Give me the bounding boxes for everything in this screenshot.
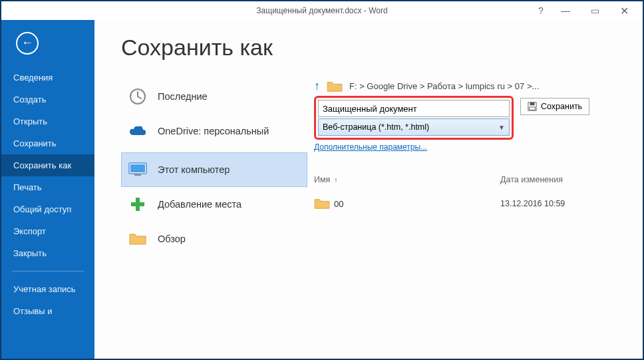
filetype-value: Веб-страница (*.htm, *.html): [323, 122, 429, 132]
location-browse[interactable]: Обзор: [121, 222, 307, 256]
row-name: 00: [334, 199, 500, 209]
path-row: ↑ F: > Google Drive > Работа > lumpics r…: [314, 79, 629, 93]
filetype-select[interactable]: Веб-страница (*.htm, *.html) ▼: [318, 118, 510, 136]
location-label: Этот компьютер: [158, 164, 230, 175]
sidebar-item-account[interactable]: Учетная запись: [1, 278, 94, 300]
sidebar-item-saveas[interactable]: Сохранить как: [1, 154, 94, 176]
filename-input[interactable]: [318, 100, 510, 117]
folder-row[interactable]: 00 13.12.2016 10:59: [314, 198, 629, 210]
folder-icon: [314, 198, 334, 210]
svg-rect-5: [131, 202, 144, 206]
location-recent[interactable]: Последние: [121, 79, 307, 114]
window-title: Защищенный документ.docx - Word: [256, 6, 387, 15]
chevron-down-icon: ▼: [498, 124, 505, 131]
plus-icon: [128, 195, 147, 214]
list-header: Имя ↑ Дата изменения: [314, 175, 629, 184]
svg-rect-2: [130, 164, 145, 172]
cloud-icon: [128, 122, 147, 140]
sidebar-divider: [12, 271, 84, 271]
page-title: Сохранить как: [121, 35, 643, 61]
location-addplace[interactable]: Добавление места: [121, 187, 307, 222]
title-bar: Защищенный документ.docx - Word ? — ▭ ✕: [1, 1, 643, 20]
help-button[interactable]: ?: [531, 2, 551, 19]
location-label: OneDrive: персональный: [158, 126, 269, 136]
column-date[interactable]: Дата изменения: [500, 175, 629, 184]
window-controls: ? — ▭ ✕: [531, 1, 639, 20]
sidebar-item-info[interactable]: Сведения: [1, 67, 94, 89]
sidebar-item-export[interactable]: Экспорт: [1, 220, 94, 242]
sidebar-item-print[interactable]: Печать: [1, 176, 94, 198]
filename-filetype-group: Веб-страница (*.htm, *.html) ▼: [314, 96, 514, 140]
location-label: Добавление места: [158, 199, 242, 210]
sidebar-item-new[interactable]: Создать: [1, 89, 94, 110]
sidebar-item-open[interactable]: Открыть: [1, 110, 94, 132]
location-label: Последние: [158, 91, 208, 102]
locations-column: Последние OneDrive: персональный: [121, 79, 307, 256]
sidebar-item-share[interactable]: Общий доступ: [1, 198, 94, 220]
minimize-button[interactable]: —: [551, 2, 580, 19]
arrow-left-icon: ←: [21, 37, 33, 49]
column-name[interactable]: Имя ↑: [314, 175, 500, 184]
close-button[interactable]: ✕: [609, 2, 639, 19]
sidebar-item-feedback[interactable]: Отзывы и: [1, 300, 94, 322]
location-label: Обзор: [158, 234, 186, 244]
save-button[interactable]: Сохранить: [520, 98, 589, 115]
clock-icon: [128, 87, 147, 106]
svg-rect-3: [134, 174, 141, 176]
backstage-sidebar: ← Сведения Создать Открыть Сохранить Сох…: [1, 20, 94, 359]
back-button[interactable]: ←: [16, 32, 39, 55]
details-column: ↑ F: > Google Drive > Работа > lumpics r…: [307, 79, 643, 256]
breadcrumb[interactable]: F: > Google Drive > Работа > lumpics ru …: [349, 81, 539, 91]
sidebar-item-close[interactable]: Закрыть: [1, 242, 94, 264]
save-icon: [528, 102, 537, 111]
sort-asc-icon: ↑: [334, 176, 338, 184]
up-arrow-icon[interactable]: ↑: [314, 79, 320, 93]
folder-icon: [128, 230, 147, 248]
save-button-label: Сохранить: [541, 102, 582, 111]
more-options-link[interactable]: Дополнительные параметры...: [314, 142, 427, 152]
svg-rect-7: [530, 102, 535, 105]
row-date: 13.12.2016 10:59: [500, 199, 629, 208]
folder-icon: [327, 81, 343, 92]
sidebar-item-save[interactable]: Сохранить: [1, 132, 94, 154]
location-sublabel: [150, 143, 307, 152]
location-thispc[interactable]: Этот компьютер: [121, 152, 307, 187]
main-area: Сохранить как Последние: [94, 20, 643, 359]
monitor-icon: [128, 160, 147, 179]
restore-button[interactable]: ▭: [580, 2, 609, 19]
